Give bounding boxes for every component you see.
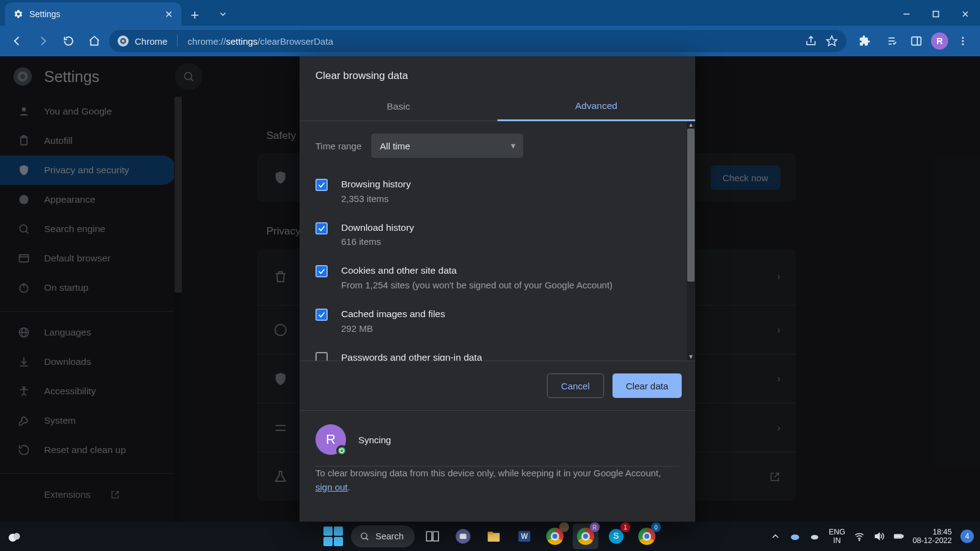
clear-data-button[interactable]: Clear data bbox=[612, 373, 682, 398]
option-passwords[interactable]: Passwords and other sign-in data7 passwo… bbox=[315, 345, 680, 361]
taskbar-app-chrome-2[interactable]: R bbox=[573, 523, 598, 549]
option-subtitle: 292 MB bbox=[341, 323, 445, 334]
omnibox-app: Chrome bbox=[135, 36, 167, 47]
sync-footer: To clear browsing data from this device … bbox=[300, 467, 695, 508]
side-panel-icon[interactable] bbox=[905, 30, 927, 52]
minimize-button[interactable] bbox=[892, 2, 921, 26]
checkbox[interactable] bbox=[315, 352, 328, 361]
start-button[interactable] bbox=[320, 523, 346, 549]
time-range-select[interactable]: All time ▾ bbox=[371, 133, 523, 158]
omnibox-separator bbox=[177, 35, 178, 47]
taskbar-app-skype[interactable]: S1 bbox=[603, 523, 629, 549]
svg-rect-1 bbox=[933, 12, 939, 17]
reload-button[interactable] bbox=[58, 30, 80, 52]
option-browsing-history[interactable]: Browsing history2,353 items bbox=[315, 171, 680, 215]
svg-text:W: W bbox=[521, 532, 528, 541]
svg-text:S: S bbox=[613, 531, 619, 541]
dialog-title: Clear browsing data bbox=[300, 56, 695, 92]
tab-close-icon[interactable]: ✕ bbox=[165, 9, 173, 20]
svg-rect-42 bbox=[433, 531, 439, 541]
clear-browsing-data-dialog: Clear browsing data Basic Advanced Time … bbox=[300, 56, 695, 522]
dialog-actions: Cancel Clear data bbox=[300, 361, 695, 411]
svg-rect-57 bbox=[895, 536, 901, 538]
taskbar-search-label: Search bbox=[375, 531, 404, 541]
tray-cloud-icon[interactable] bbox=[809, 531, 820, 542]
bookmark-star-icon[interactable] bbox=[826, 35, 838, 47]
option-cache[interactable]: Cached images and files292 MB bbox=[315, 301, 680, 345]
svg-point-38 bbox=[13, 533, 20, 540]
taskbar-app-explorer[interactable] bbox=[481, 523, 507, 549]
clock[interactable]: 18:4508-12-2022 bbox=[913, 528, 952, 545]
extensions-icon[interactable] bbox=[854, 30, 876, 52]
option-title: Cookies and other site data bbox=[341, 264, 612, 277]
sign-out-link[interactable]: sign out bbox=[315, 482, 348, 492]
dialog-tabs: Basic Advanced bbox=[300, 92, 695, 121]
notification-badge[interactable]: 4 bbox=[960, 530, 974, 543]
new-tab-button[interactable]: ＋ bbox=[185, 5, 205, 24]
time-range-label: Time range bbox=[315, 141, 361, 151]
cancel-button[interactable]: Cancel bbox=[547, 373, 604, 398]
svg-rect-56 bbox=[902, 536, 903, 538]
close-window-button[interactable] bbox=[951, 2, 980, 26]
tray-onedrive-icon[interactable] bbox=[790, 531, 801, 542]
svg-marker-6 bbox=[827, 36, 837, 46]
maximize-button[interactable] bbox=[921, 2, 951, 26]
forward-button[interactable] bbox=[32, 30, 54, 52]
tab-search-chevron[interactable] bbox=[208, 2, 238, 26]
windows-taskbar: Search W R S1 0 ENGIN 18:4508-12-2022 4 bbox=[0, 522, 980, 551]
back-button[interactable] bbox=[6, 30, 28, 52]
settings-page: Settings You and Google Autofill Privacy… bbox=[0, 56, 980, 522]
checkbox[interactable] bbox=[315, 309, 328, 321]
tray-chevron-icon[interactable] bbox=[770, 531, 781, 542]
profile-avatar[interactable]: R bbox=[931, 32, 948, 50]
site-info-icon[interactable] bbox=[118, 36, 129, 47]
scroll-up-arrow[interactable]: ▲ bbox=[687, 121, 695, 129]
svg-point-5 bbox=[122, 40, 124, 42]
task-view-icon[interactable] bbox=[420, 523, 445, 549]
taskbar-app-chat[interactable] bbox=[450, 523, 476, 549]
svg-marker-54 bbox=[875, 533, 880, 540]
taskbar-app-word[interactable]: W bbox=[511, 523, 537, 549]
reading-list-icon[interactable] bbox=[880, 30, 902, 52]
battery-icon[interactable] bbox=[893, 531, 904, 542]
dialog-scrollbar[interactable]: ▲ ▼ bbox=[687, 121, 695, 361]
option-subtitle: 616 items bbox=[341, 236, 414, 247]
scroll-down-arrow[interactable]: ▼ bbox=[687, 353, 695, 361]
taskbar-search[interactable]: Search bbox=[351, 525, 415, 547]
home-button[interactable] bbox=[83, 30, 105, 52]
svg-point-39 bbox=[361, 533, 367, 539]
svg-rect-44 bbox=[460, 534, 467, 539]
time-range-value: All time bbox=[380, 141, 410, 151]
weather-widget[interactable] bbox=[0, 528, 29, 544]
checkbox[interactable] bbox=[315, 265, 328, 277]
omnibox[interactable]: Chrome chrome://settings/clearBrowserDat… bbox=[109, 30, 846, 52]
checkbox[interactable] bbox=[315, 222, 328, 234]
tab-advanced[interactable]: Advanced bbox=[497, 92, 695, 121]
taskbar-app-chrome-3[interactable]: 0 bbox=[634, 523, 660, 549]
chrome-menu-icon[interactable] bbox=[952, 30, 974, 52]
svg-point-51 bbox=[791, 534, 799, 540]
svg-point-52 bbox=[811, 535, 818, 540]
taskbar-app-chrome-1[interactable] bbox=[542, 523, 568, 549]
browser-tab[interactable]: Settings ✕ bbox=[5, 2, 181, 26]
option-cookies[interactable]: Cookies and other site dataFrom 1,254 si… bbox=[315, 258, 680, 301]
svg-point-14 bbox=[962, 43, 964, 45]
share-icon[interactable] bbox=[805, 35, 817, 47]
volume-icon[interactable] bbox=[873, 531, 884, 542]
tab-basic[interactable]: Basic bbox=[300, 92, 497, 121]
chevron-down-icon: ▾ bbox=[511, 140, 516, 151]
wifi-icon[interactable] bbox=[854, 531, 865, 542]
omnibox-url: chrome://settings/clearBrowserData bbox=[187, 36, 333, 47]
language-indicator[interactable]: ENGIN bbox=[829, 528, 845, 545]
gear-icon bbox=[13, 9, 23, 19]
svg-rect-10 bbox=[912, 37, 921, 45]
sync-avatar: R bbox=[315, 424, 346, 455]
titlebar: Settings ✕ ＋ bbox=[0, 0, 980, 26]
dialog-body: Time range All time ▾ Browsing history2,… bbox=[300, 121, 695, 361]
option-subtitle: From 1,254 sites (you won't be signed ou… bbox=[341, 280, 612, 290]
checkbox[interactable] bbox=[315, 179, 328, 191]
sync-badge-icon bbox=[336, 445, 347, 456]
svg-rect-46 bbox=[488, 531, 493, 534]
option-download-history[interactable]: Download history616 items bbox=[315, 215, 680, 258]
svg-line-40 bbox=[366, 538, 368, 540]
